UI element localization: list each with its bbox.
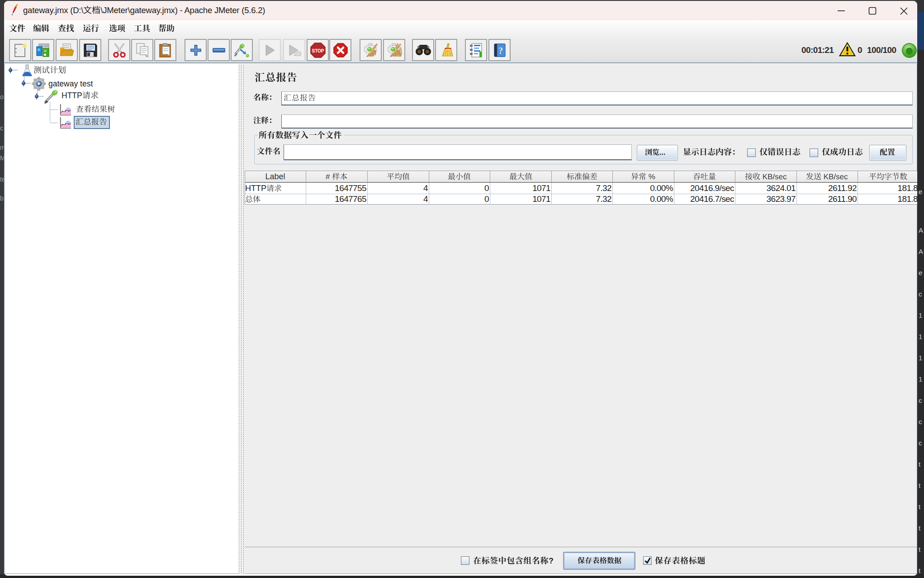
svg-text:STOP: STOP bbox=[312, 48, 324, 53]
svg-text:?: ? bbox=[498, 46, 503, 56]
